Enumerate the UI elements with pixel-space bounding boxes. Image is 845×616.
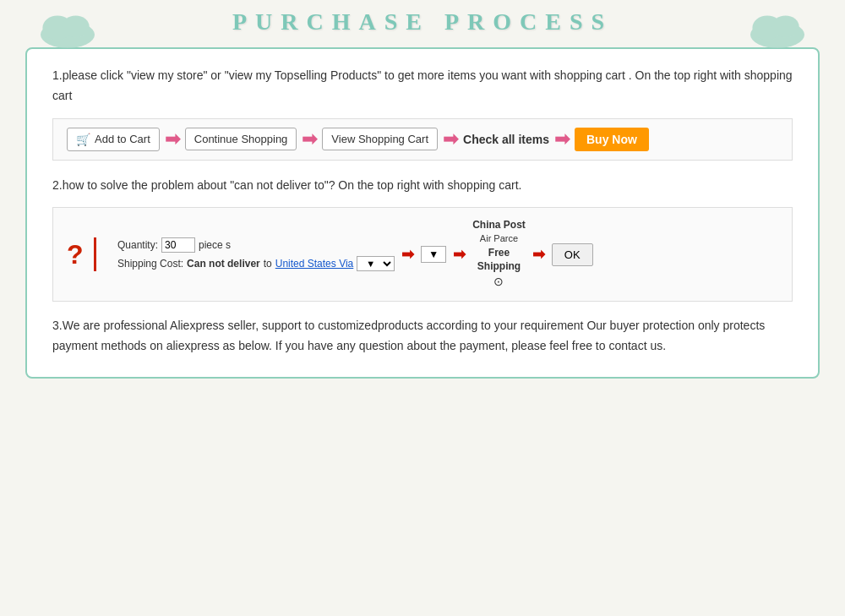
arrow4-icon: ➡ xyxy=(554,128,570,150)
page-title: PURCHASE PROCESS xyxy=(232,8,613,35)
check-all-items-label: Check all items xyxy=(463,133,549,146)
arrow5-icon: ➡ xyxy=(401,245,414,264)
united-states-via-link[interactable]: United States Via xyxy=(275,258,354,270)
svg-point-2 xyxy=(63,16,90,38)
free-shipping-label: Free xyxy=(488,246,510,260)
shipping-form: Quantity: piece s Shipping Cost: Can not… xyxy=(117,237,395,271)
arrow7-icon: ➡ xyxy=(532,245,545,264)
ok-button[interactable]: OK xyxy=(552,243,593,266)
pieces-label: piece s xyxy=(199,239,231,251)
arrow1-icon: ➡ xyxy=(165,128,180,150)
view-cart-label: View Shopping Cart xyxy=(331,133,428,145)
quantity-label: Quantity: xyxy=(117,239,158,251)
cannot-deliver-text: Can not deliver xyxy=(187,258,260,270)
quantity-row: Quantity: piece s xyxy=(117,237,395,253)
section3-text: 3.We are professional Aliexpress seller,… xyxy=(52,315,793,357)
buy-now-button[interactable]: Buy Now xyxy=(575,128,649,151)
svg-point-5 xyxy=(772,16,799,38)
cart-flow-diagram: 🛒 Add to Cart ➡ Continue Shopping ➡ View… xyxy=(52,118,793,161)
main-content-box: 1.please click "view my store" or "view … xyxy=(25,47,820,379)
arrow2-icon: ➡ xyxy=(302,128,317,150)
shipping-demo-box: ? Quantity: piece s Shipping Cost: Can n… xyxy=(52,207,793,301)
china-post-line2: Air Parce xyxy=(480,232,518,245)
add-to-cart-button[interactable]: 🛒 Add to Cart xyxy=(67,128,160,151)
china-post-option: China Post Air Parce Free Shipping ⊙ xyxy=(472,218,526,290)
cart-icon: 🛒 xyxy=(76,133,90,146)
quantity-input[interactable] xyxy=(161,237,195,253)
radio-icon[interactable]: ⊙ xyxy=(493,274,504,291)
shipping-word: Shipping xyxy=(477,259,521,274)
continue-shopping-button[interactable]: Continue Shopping xyxy=(185,128,297,150)
arrow3-icon: ➡ xyxy=(443,128,458,150)
page-header: PURCHASE PROCESS xyxy=(0,0,845,44)
to-label: to xyxy=(264,258,272,270)
continue-shopping-label: Continue Shopping xyxy=(194,133,288,145)
section1-text: 1.please click "view my store" or "view … xyxy=(52,66,793,106)
china-post-title: China Post xyxy=(472,218,526,232)
small-dropdown[interactable]: ▼ xyxy=(421,246,446,263)
add-to-cart-label: Add to Cart xyxy=(95,133,150,145)
country-dropdown[interactable]: ▼ xyxy=(357,256,395,271)
red-line xyxy=(94,237,107,271)
section2-text: 2.how to solve the problem about "can no… xyxy=(52,176,793,196)
cloud-right-icon xyxy=(744,7,811,52)
shipping-cost-label: Shipping Cost: xyxy=(117,258,183,270)
question-icon: ? xyxy=(67,239,87,270)
cloud-left-icon xyxy=(34,7,101,52)
shipping-cost-row: Shipping Cost: Can not deliver to United… xyxy=(117,256,395,271)
arrow6-icon: ➡ xyxy=(453,245,466,264)
view-shopping-cart-button[interactable]: View Shopping Cart xyxy=(322,128,438,150)
